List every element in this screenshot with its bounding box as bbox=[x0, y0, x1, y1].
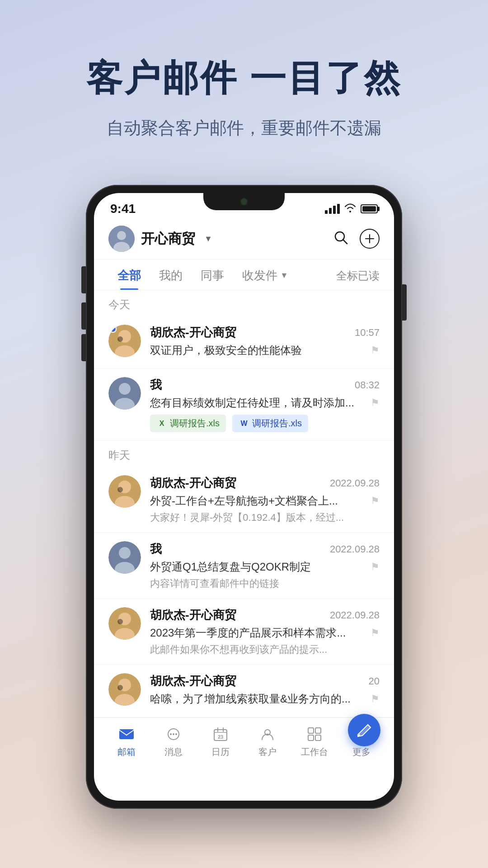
nav-message-label: 消息 bbox=[164, 746, 183, 758]
tab-colleague[interactable]: 同事 bbox=[192, 259, 233, 290]
svg-point-17 bbox=[117, 487, 123, 492]
nav-calendar[interactable]: 23 日历 bbox=[202, 725, 239, 758]
email-time: 2022.09.28 bbox=[330, 609, 380, 621]
phone-mockup: 9:41 bbox=[86, 185, 402, 809]
app-header-right bbox=[333, 229, 380, 249]
flag-icon[interactable]: ⚑ bbox=[371, 693, 380, 705]
email-preview: 大家好！灵犀-外贸【0.192.4】版本，经过... bbox=[150, 511, 380, 524]
email-item[interactable]: 我 08:32 您有目标绩效制定任待处理，请及时添加... ⚑ X 调研报告.x… bbox=[94, 369, 394, 441]
hero-section: 客户邮件 一目了然 自动聚合客户邮件，重要邮件不遗漏 bbox=[0, 0, 488, 167]
email-time: 2022.09.28 bbox=[330, 543, 380, 555]
svg-point-19 bbox=[119, 547, 131, 559]
message-icon bbox=[164, 725, 183, 743]
email-top: 胡欣杰-开心商贸 20 bbox=[150, 673, 380, 689]
email-item[interactable]: 胡欣杰-开心商贸 10:57 双证用户，极致安全的性能体验 ⚑ bbox=[94, 316, 394, 369]
svg-rect-42 bbox=[315, 728, 321, 733]
app-header: 开心商贸 ▼ bbox=[94, 218, 394, 259]
email-time: 08:32 bbox=[355, 379, 380, 391]
svg-rect-44 bbox=[315, 735, 321, 741]
email-item[interactable]: 我 2022.09.28 外贸通Q1总结复盘与Q2OKR制定 ⚑ 内容详情可查看… bbox=[94, 533, 394, 599]
nav-more-label: 更多 bbox=[352, 746, 371, 758]
mail-icon bbox=[117, 725, 136, 743]
nav-mail[interactable]: 邮箱 bbox=[108, 725, 145, 758]
tab-all[interactable]: 全部 bbox=[108, 259, 150, 290]
company-name: 开心商贸 bbox=[141, 230, 195, 248]
add-icon[interactable] bbox=[360, 229, 380, 249]
dropdown-arrow-icon[interactable]: ▼ bbox=[204, 234, 212, 244]
email-content: 我 08:32 您有目标绩效制定任待处理，请及时添加... ⚑ X 调研报告.x… bbox=[150, 377, 380, 432]
wifi-icon bbox=[344, 203, 356, 215]
email-time: 10:57 bbox=[355, 327, 380, 339]
docx-icon: W bbox=[239, 418, 249, 429]
nav-calendar-label: 日历 bbox=[211, 746, 230, 758]
signal-icon bbox=[325, 204, 340, 214]
flag-icon[interactable]: ⚑ bbox=[371, 561, 380, 573]
email-top: 我 2022.09.28 bbox=[150, 541, 380, 557]
email-item[interactable]: 胡欣杰-开心商贸 2022.09.28 2023年第一季度的产品展示和样本需求.… bbox=[94, 599, 394, 665]
flag-icon[interactable]: ⚑ bbox=[371, 495, 380, 507]
xlsx-icon: X bbox=[156, 418, 167, 429]
svg-rect-43 bbox=[308, 735, 314, 741]
avatar bbox=[108, 377, 141, 410]
email-top: 胡欣杰-开心商贸 2022.09.28 bbox=[150, 475, 380, 491]
inbox-dropdown-icon: ▼ bbox=[280, 271, 288, 280]
section-yesterday: 昨天 bbox=[94, 441, 394, 467]
svg-point-32 bbox=[170, 733, 172, 735]
company-avatar[interactable] bbox=[108, 226, 135, 252]
email-subject: 哈嗦，为了增加线索获取量&业务方向的... ⚑ bbox=[150, 692, 380, 706]
mark-all-read-button[interactable]: 全标已读 bbox=[336, 260, 380, 289]
compose-button[interactable] bbox=[348, 714, 380, 746]
svg-point-34 bbox=[175, 733, 177, 735]
nav-customer[interactable]: 客户 bbox=[249, 725, 286, 758]
svg-line-4 bbox=[343, 240, 347, 244]
email-list: 今天 胡欣杰-开心商贸 bbox=[94, 290, 394, 717]
unread-indicator bbox=[109, 326, 117, 333]
flag-icon[interactable]: ⚑ bbox=[371, 627, 380, 639]
avatar bbox=[108, 673, 141, 706]
nav-workbench-label: 工作台 bbox=[301, 746, 328, 758]
email-subject: 外贸-工作台+左导航拖动+文档聚合上... ⚑ bbox=[150, 494, 380, 508]
svg-text:23: 23 bbox=[218, 734, 223, 740]
email-sender: 胡欣杰-开心商贸 bbox=[150, 325, 236, 340]
flag-icon[interactable]: ⚑ bbox=[371, 344, 380, 356]
email-content: 我 2022.09.28 外贸通Q1总结复盘与Q2OKR制定 ⚑ 内容详情可查看… bbox=[150, 541, 380, 590]
app-header-left[interactable]: 开心商贸 ▼ bbox=[108, 226, 212, 252]
email-subject: 您有目标绩效制定任待处理，请及时添加... ⚑ bbox=[150, 396, 380, 410]
section-today: 今天 bbox=[94, 290, 394, 316]
email-content: 胡欣杰-开心商贸 20 哈嗦，为了增加线索获取量&业务方向的... ⚑ bbox=[150, 673, 380, 709]
tab-bar: 全部 我的 同事 收发件 ▼ 全标已读 bbox=[94, 259, 394, 290]
avatar bbox=[108, 475, 141, 508]
svg-point-1 bbox=[117, 231, 126, 240]
tab-mine[interactable]: 我的 bbox=[150, 259, 192, 290]
avatar bbox=[108, 607, 141, 640]
workbench-icon bbox=[305, 725, 324, 743]
email-content: 胡欣杰-开心商贸 2022.09.28 2023年第一季度的产品展示和样本需求.… bbox=[150, 607, 380, 656]
email-item[interactable]: 胡欣杰-开心商贸 2022.09.28 外贸-工作台+左导航拖动+文档聚合上..… bbox=[94, 467, 394, 533]
attachment-docx[interactable]: W 调研报告.xls bbox=[232, 415, 308, 432]
email-content: 胡欣杰-开心商贸 10:57 双证用户，极致安全的性能体验 ⚑ bbox=[150, 325, 380, 360]
nav-mail-label: 邮箱 bbox=[117, 746, 136, 758]
email-subject: 外贸通Q1总结复盘与Q2OKR制定 ⚑ bbox=[150, 560, 380, 574]
email-subject: 双证用户，极致安全的性能体验 ⚑ bbox=[150, 343, 380, 358]
tab-inbox[interactable]: 收发件 ▼ bbox=[233, 259, 297, 290]
search-icon[interactable] bbox=[333, 229, 349, 249]
email-attachments: X 调研报告.xls W 调研报告.xls bbox=[150, 415, 380, 432]
hero-subtitle: 自动聚合客户邮件，重要邮件不遗漏 bbox=[36, 117, 452, 140]
customer-icon bbox=[258, 725, 277, 743]
phone-outer: 9:41 bbox=[86, 185, 402, 809]
phone-screen: 9:41 bbox=[94, 193, 394, 801]
svg-point-33 bbox=[173, 733, 174, 735]
svg-point-24 bbox=[117, 619, 123, 624]
email-subject: 2023年第一季度的产品展示和样本需求... ⚑ bbox=[150, 626, 380, 640]
status-icons bbox=[325, 203, 378, 215]
nav-workbench[interactable]: 工作台 bbox=[296, 725, 333, 758]
nav-message[interactable]: 消息 bbox=[155, 725, 192, 758]
flag-icon[interactable]: ⚑ bbox=[371, 397, 380, 409]
email-item[interactable]: 胡欣杰-开心商贸 20 哈嗦，为了增加线索获取量&业务方向的... ⚑ bbox=[94, 665, 394, 717]
svg-rect-41 bbox=[308, 728, 314, 733]
battery-icon bbox=[361, 204, 378, 213]
notch bbox=[203, 193, 285, 210]
nav-customer-label: 客户 bbox=[258, 746, 277, 758]
attachment-xlsx[interactable]: X 调研报告.xls bbox=[150, 415, 226, 432]
email-top: 我 08:32 bbox=[150, 377, 380, 393]
